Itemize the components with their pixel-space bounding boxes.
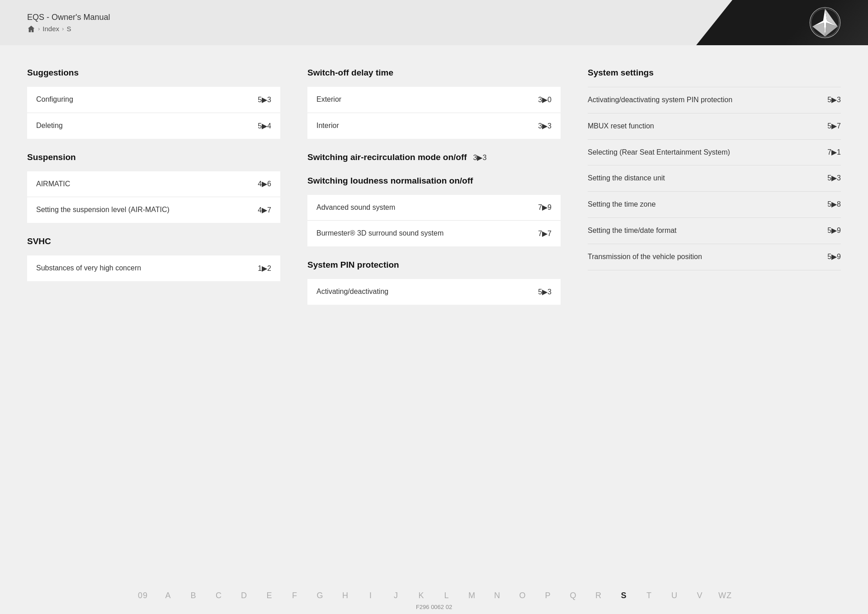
list-item[interactable]: Setting the suspension level (AIR-MATIC)… (27, 197, 280, 223)
item-label: Advanced sound system (316, 203, 533, 213)
item-label: Deleting (36, 121, 253, 131)
header: EQS - Owner's Manual › Index › S (0, 0, 868, 45)
list-item[interactable]: Transmission of the vehicle position 5▶9 (588, 244, 841, 270)
alpha-item-b[interactable]: B (181, 591, 206, 600)
col1-card-0: Configuring 5▶3 Deleting 5▶4 (27, 87, 280, 139)
item-label: Activating/deactivating system PIN prote… (588, 95, 823, 105)
list-item[interactable]: Interior 3▶3 (307, 113, 561, 139)
item-page: 5▶4 (258, 122, 271, 130)
item-label: Activating/deactivating (316, 287, 533, 297)
col2-section-heading-2: Switching loudness normalisation on/off (307, 176, 561, 186)
item-label: Selecting (Rear Seat Entertainment Syste… (588, 148, 823, 157)
list-item[interactable]: Setting the time zone 5▶8 (588, 192, 841, 218)
alpha-item-o[interactable]: O (510, 591, 535, 600)
alpha-item-m[interactable]: M (459, 591, 485, 600)
item-page: 5▶7 (827, 122, 841, 130)
col-system-settings: System settings Activating/deactivating … (588, 68, 841, 307)
item-label: Configuring (36, 95, 253, 104)
item-page: 7▶1 (827, 148, 841, 156)
alpha-item-n[interactable]: N (485, 591, 510, 600)
item-page: 7▶9 (538, 203, 552, 212)
manual-title: EQS - Owner's Manual (27, 13, 110, 22)
col2-section-heading-3: System PIN protection (307, 260, 561, 270)
alpha-item-t[interactable]: T (637, 591, 662, 600)
alpha-item-wz[interactable]: WZ (712, 591, 738, 600)
item-page: 3▶0 (538, 95, 552, 104)
col1-section-heading-2: SVHC (27, 236, 280, 246)
item-label: Setting the time/date format (588, 226, 823, 236)
settings-list: Activating/deactivating system PIN prote… (588, 87, 841, 270)
list-item[interactable]: Setting the distance unit 5▶3 (588, 165, 841, 192)
breadcrumb-s[interactable]: S (66, 25, 71, 33)
alpha-item-09[interactable]: 09 (130, 591, 156, 600)
home-icon[interactable] (27, 25, 35, 33)
alpha-item-u[interactable]: U (662, 591, 687, 600)
logo-area (696, 0, 868, 45)
col-suggestions-suspension-svhc: Suggestions Configuring 5▶3 Deleting 5▶4… (27, 68, 280, 307)
breadcrumb-sep-2: › (62, 25, 64, 32)
alpha-item-r[interactable]: R (586, 591, 611, 600)
col2-section-heading-0: Switch-off delay time (307, 68, 561, 78)
col1-section-heading-1: Suspension (27, 152, 280, 162)
item-page: 5▶3 (827, 174, 841, 182)
alpha-item-q[interactable]: Q (561, 591, 586, 600)
alpha-item-a[interactable]: A (156, 591, 181, 600)
list-item[interactable]: Burmester® 3D surround sound system 7▶7 (307, 221, 561, 246)
alpha-item-d[interactable]: D (231, 591, 257, 600)
col2-card-3: Activating/deactivating 5▶3 (307, 279, 561, 305)
list-item[interactable]: Configuring 5▶3 (27, 87, 280, 113)
mercedes-logo (809, 7, 841, 38)
item-page: 7▶7 (538, 229, 552, 238)
item-page: 5▶9 (827, 252, 841, 261)
item-label: Burmester® 3D surround sound system (316, 229, 533, 238)
list-item[interactable]: AIRMATIC 4▶6 (27, 171, 280, 198)
item-page: 5▶9 (827, 226, 841, 235)
alpha-item-f[interactable]: F (282, 591, 307, 600)
breadcrumb-sep-1: › (38, 25, 40, 32)
item-label: Interior (316, 121, 533, 131)
list-item[interactable]: Activating/deactivating system PIN prote… (588, 87, 841, 113)
alphabet-nav: 09ABCDEFGHIJKLMNOPQRSTUVWZ (0, 591, 868, 600)
list-item[interactable]: Advanced sound system 7▶9 (307, 195, 561, 221)
list-item[interactable]: Setting the time/date format 5▶9 (588, 218, 841, 244)
breadcrumb: › Index › S (27, 25, 110, 33)
col2-section-heading-1: Switching air-recirculation mode on/off3… (307, 152, 561, 162)
item-page: 5▶3 (827, 95, 841, 104)
col1-card-1: AIRMATIC 4▶6 Setting the suspension leve… (27, 171, 280, 223)
item-page: 1▶2 (258, 264, 271, 273)
item-page: 5▶8 (827, 200, 841, 208)
alpha-item-c[interactable]: C (206, 591, 231, 600)
list-item[interactable]: Activating/deactivating 5▶3 (307, 279, 561, 305)
col-switch-off-system-pin: Switch-off delay time Exterior 3▶0 Inter… (307, 68, 561, 307)
list-item[interactable]: Exterior 3▶0 (307, 87, 561, 113)
list-item[interactable]: Substances of very high concern 1▶2 (27, 255, 280, 281)
footer-code: F296 0062 02 (416, 604, 452, 610)
alpha-item-l[interactable]: L (434, 591, 459, 600)
item-label: MBUX reset function (588, 122, 823, 131)
item-label: Setting the time zone (588, 200, 823, 209)
alpha-item-k[interactable]: K (409, 591, 434, 600)
alpha-item-v[interactable]: V (687, 591, 712, 600)
col1-card-2: Substances of very high concern 1▶2 (27, 255, 280, 281)
item-label: AIRMATIC (36, 179, 253, 189)
section-label: Switching air-recirculation mode on/off (307, 152, 467, 162)
item-label: Exterior (316, 95, 533, 104)
section-page: 3▶3 (473, 153, 487, 162)
alpha-item-s[interactable]: S (611, 591, 637, 600)
list-item[interactable]: Selecting (Rear Seat Entertainment Syste… (588, 140, 841, 166)
item-page: 3▶3 (538, 122, 552, 130)
list-item[interactable]: Deleting 5▶4 (27, 113, 280, 139)
breadcrumb-index[interactable]: Index (42, 25, 59, 33)
item-page: 4▶6 (258, 179, 271, 188)
alpha-item-h[interactable]: H (333, 591, 358, 600)
list-item[interactable]: MBUX reset function 5▶7 (588, 113, 841, 140)
alpha-item-j[interactable]: J (383, 591, 409, 600)
alpha-item-e[interactable]: E (257, 591, 282, 600)
item-label: Transmission of the vehicle position (588, 252, 823, 262)
header-title-block: EQS - Owner's Manual › Index › S (27, 13, 110, 33)
item-page: 5▶3 (538, 288, 552, 296)
col2-card-0: Exterior 3▶0 Interior 3▶3 (307, 87, 561, 139)
alpha-item-g[interactable]: G (307, 591, 333, 600)
alpha-item-i[interactable]: I (358, 591, 383, 600)
alpha-item-p[interactable]: P (535, 591, 561, 600)
